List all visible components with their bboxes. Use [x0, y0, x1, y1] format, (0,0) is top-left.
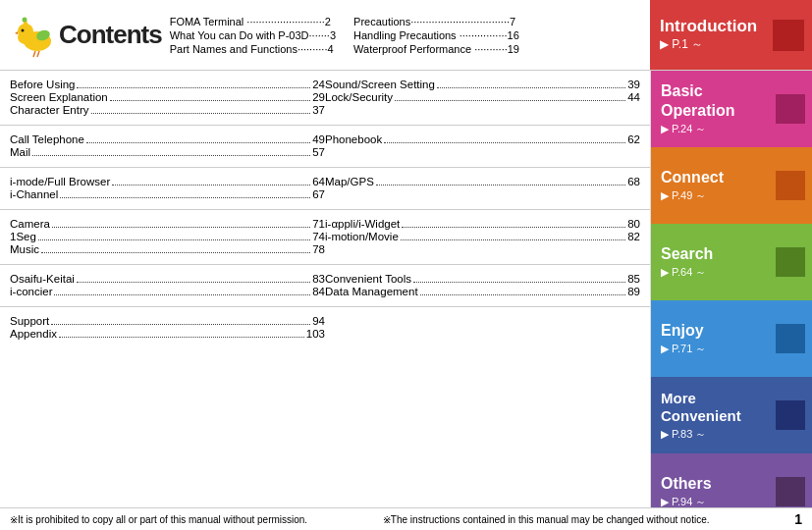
- entry-imode: i-mode/Full Browser 64: [10, 176, 325, 187]
- sidebar-enjoy[interactable]: Enjoy ▶ P.71 ～: [651, 300, 812, 377]
- entry-data-management: Data Management 89: [325, 286, 640, 297]
- section-5-right: Convenient Tools 85 Data Management 89: [325, 273, 640, 298]
- sidebar-more-convenient-square: [776, 400, 805, 430]
- toc-columns: FOMA Terminal ··························…: [162, 16, 519, 55]
- svg-line-6: [33, 51, 35, 57]
- section-4-left: Camera 71 1Seg 74 Music 78: [10, 218, 325, 256]
- section-1-left: Before Using 24 Screen Explanation 29 Ch…: [10, 79, 325, 117]
- svg-line-7: [37, 51, 39, 57]
- entry-convenient-tools: Convenient Tools 85: [325, 273, 640, 285]
- contents-title: Contents: [59, 20, 162, 50]
- entry-1seg: 1Seg 74: [10, 231, 325, 242]
- section-3-left: i-mode/Full Browser 64 i-Channel 67: [10, 176, 325, 201]
- footer-right-note: ※The instructions contained in this manu…: [383, 514, 710, 525]
- entry-call-telephone: Call Telephone 49: [10, 133, 325, 145]
- section-2-left: Call Telephone 49 Mail 57: [10, 133, 325, 159]
- toc-item-1-3: Part Names and Functions··········4: [170, 43, 336, 55]
- entry-iappli: i-αppli/i-Widget 80: [325, 218, 640, 230]
- content-area: Before Using 24 Screen Explanation 29 Ch…: [0, 71, 650, 530]
- section-row-4: Camera 71 1Seg 74 Music 78: [0, 210, 650, 265]
- entry-music: Music 78: [10, 243, 325, 255]
- section-6-left: Support 94 Appendix 103: [10, 315, 325, 522]
- right-sidebar: BasicOperation ▶ P.24 ～ Connect ▶ P.49 ～…: [650, 71, 812, 530]
- section-row-5: Osaifu-Keitai 83 i-concier 84 Convenient…: [0, 265, 650, 307]
- entry-appendix: Appendix 103: [10, 328, 325, 340]
- section-3-right: Map/GPS 68: [325, 176, 640, 201]
- svg-point-9: [23, 17, 27, 22]
- toc-item-2-1: Precautions·····························…: [353, 16, 519, 27]
- toc-item-1-1: FOMA Terminal ··························…: [170, 16, 336, 27]
- section-row-6: Support 94 Appendix 103: [0, 307, 650, 530]
- footer-page-number: 1: [794, 511, 802, 527]
- sidebar-enjoy-square: [776, 324, 805, 353]
- sidebar-introduction-square: [773, 20, 804, 51]
- footer: ※It is prohibited to copy all or part of…: [0, 507, 812, 530]
- header: Contents FOMA Terminal ·················…: [0, 0, 812, 71]
- header-left: Contents FOMA Terminal ·················…: [0, 0, 650, 70]
- entry-ichannel: i-Channel 67: [10, 188, 325, 200]
- entry-sound-screen: Sound/Screen Setting 39: [325, 79, 640, 90]
- entry-iconcier: i-concier 84: [10, 286, 325, 297]
- entry-mapgps: Map/GPS 68: [325, 176, 640, 187]
- sidebar-search-square: [776, 247, 805, 277]
- toc-item-2-3: Waterproof Performance ···········19: [353, 43, 519, 55]
- section-row-3: i-mode/Full Browser 64 i-Channel 67 Map/…: [0, 168, 650, 210]
- bird-icon: [8, 10, 59, 61]
- footer-left-text: ※It is prohibited to copy all or part of…: [10, 514, 307, 525]
- section-6-right: [325, 315, 640, 522]
- toc-item-1-2: What You can Do with P-03D·······3: [170, 29, 336, 41]
- sidebar-connect[interactable]: Connect ▶ P.49 ～: [651, 147, 812, 224]
- sidebar-others-square: [776, 477, 805, 506]
- entry-screen-explanation: Screen Explanation 29: [10, 91, 325, 103]
- section-2-right: Phonebook 62: [325, 133, 640, 159]
- entry-camera: Camera 71: [10, 218, 325, 230]
- svg-point-4: [22, 28, 25, 31]
- toc-item-2-2: Handling Precautions ················16: [353, 29, 519, 41]
- section-4-right: i-αppli/i-Widget 80 i-motion/Movie 82: [325, 218, 640, 256]
- toc-col-1: FOMA Terminal ··························…: [170, 16, 336, 55]
- entry-lock-security: Lock/Security 44: [325, 91, 640, 103]
- section-5-left: Osaifu-Keitai 83 i-concier 84: [10, 273, 325, 298]
- svg-marker-5: [15, 31, 18, 34]
- sidebar-more-convenient[interactable]: MoreConvenient ▶ P.83 ～: [651, 377, 812, 453]
- entry-imotion: i-motion/Movie 82: [325, 231, 640, 242]
- entry-before-using: Before Using 24: [10, 79, 325, 90]
- entry-osaifu: Osaifu-Keitai 83: [10, 273, 325, 285]
- sidebar-connect-square: [776, 171, 805, 200]
- sidebar-search[interactable]: Search ▶ P.64 ～: [651, 224, 812, 300]
- entry-character-entry: Character Entry 37: [10, 104, 325, 116]
- entry-phonebook: Phonebook 62: [325, 133, 640, 145]
- sidebar-basic-operation-square: [776, 94, 805, 124]
- entry-support: Support 94: [10, 315, 325, 327]
- section-1-right: Sound/Screen Setting 39 Lock/Security 44: [325, 79, 640, 117]
- section-row-2: Call Telephone 49 Mail 57 Phonebook 62: [0, 126, 650, 168]
- entry-mail: Mail 57: [10, 146, 325, 158]
- sidebar-introduction[interactable]: Introduction ▶ P.1 ～: [650, 0, 812, 70]
- sidebar-basic-operation[interactable]: BasicOperation ▶ P.24 ～: [651, 71, 812, 147]
- toc-col-2: Precautions·····························…: [353, 16, 519, 55]
- section-row-1: Before Using 24 Screen Explanation 29 Ch…: [0, 71, 650, 126]
